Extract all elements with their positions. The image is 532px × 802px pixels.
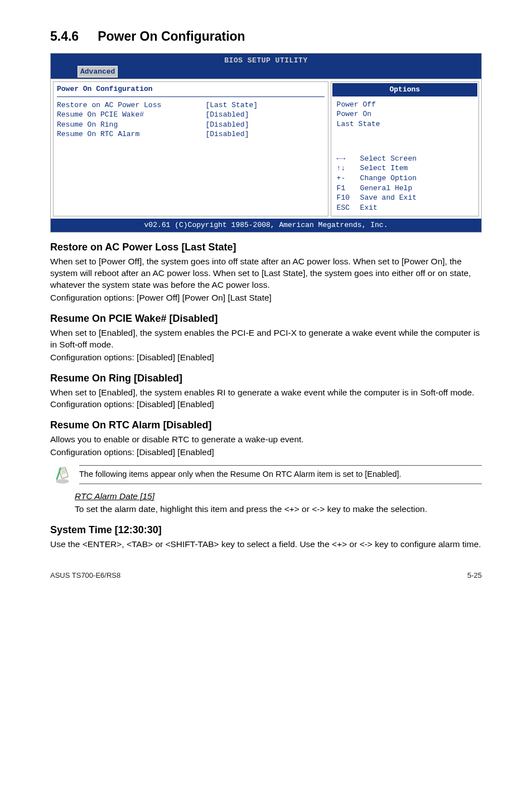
paragraph: Configuration options: [Power Off] [Powe… [50, 292, 482, 304]
heading-pcie: Resume On PCIE Wake# [Disabled] [50, 312, 482, 325]
svg-point-0 [56, 479, 69, 484]
bios-left-panel: Power On Configuration Restore on AC Pow… [53, 81, 328, 216]
heading-ring: Resume On Ring [Disabled] [50, 371, 482, 385]
bios-utility-title: BIOS SETUP UTILITY [55, 56, 477, 66]
paragraph: Configuration options: [Disabled] [Enabl… [50, 352, 482, 364]
section-heading: 5.4.6Power On Configuration [50, 28, 482, 45]
section-number: 5.4.6 [50, 29, 79, 44]
bios-panel-title: Power On Configuration [57, 84, 191, 94]
options-header: Options [332, 83, 477, 96]
options-body: Power Off Power On Last State [331, 98, 478, 132]
bios-tab-advanced: Advanced [78, 66, 118, 78]
paragraph: When set to [Enabled], the system enable… [50, 327, 482, 351]
heading-restore: Restore on AC Power Loss [Last State] [50, 240, 482, 254]
nav-keys: ←→Select Screen ↑↓Select Item +-Change O… [331, 152, 478, 216]
option-item: Power On [337, 109, 473, 119]
bios-right-panel: Options Power Off Power On Last State ←→… [331, 81, 479, 216]
heading-systime: System Time [12:30:30] [50, 523, 482, 537]
note: The following items appear only when the… [50, 464, 482, 485]
paragraph: When set to [Power Off], the system goes… [50, 256, 482, 291]
footer-left: ASUS TS700-E6/RS8 [50, 571, 120, 581]
bios-row: Resume On PCIE Wake#[Disabled] [57, 110, 325, 120]
option-item: Last State [337, 119, 473, 129]
bios-row: Resume On Ring[Disabled] [57, 120, 325, 130]
footer-right: 5-25 [467, 571, 482, 581]
bios-header: BIOS SETUP UTILITY Advanced [51, 54, 481, 79]
bios-row: Restore on AC Power Loss[Last State] [57, 100, 325, 110]
sub-item-rtc-date: RTC Alarm Date [15] To set the alarm dat… [75, 491, 482, 515]
paragraph: When set to [Enabled], the system enable… [50, 387, 482, 410]
bios-row: Resume On RTC Alarm[Disabled] [57, 129, 325, 139]
paragraph: Configuration options: [Disabled] [Enabl… [50, 447, 482, 458]
page-footer: ASUS TS700-E6/RS8 5-25 [50, 571, 482, 581]
bios-box: BIOS SETUP UTILITY Advanced Power On Con… [50, 53, 482, 233]
sub-item-name: RTC Alarm Date [15] [75, 491, 482, 503]
note-text: The following items appear only when the… [79, 465, 482, 484]
heading-rtc: Resume On RTC Alarm [Disabled] [50, 418, 482, 432]
paragraph: Allows you to enable or disable RTC to g… [50, 434, 482, 446]
option-item: Power Off [337, 100, 473, 110]
note-icon [50, 464, 75, 485]
sub-item-desc: To set the alarm date, highlight this it… [75, 504, 427, 514]
bios-footer: v02.61 (C)Copyright 1985-2008, American … [51, 219, 481, 232]
section-title: Power On Configuration [98, 29, 245, 44]
paragraph: Use the <ENTER>, <TAB> or <SHIFT-TAB> ke… [50, 539, 482, 550]
